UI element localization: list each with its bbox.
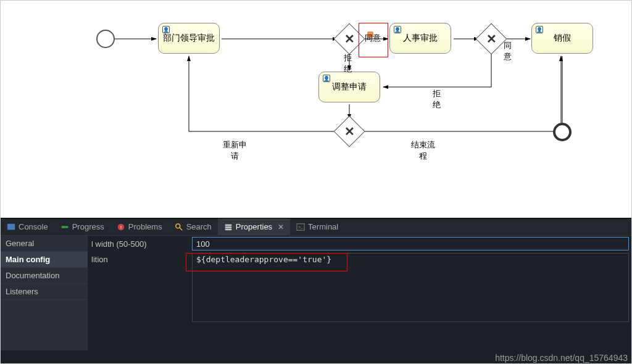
condition-input[interactable] — [192, 253, 629, 322]
svg-point-9 — [175, 223, 180, 228]
close-icon[interactable]: ✕ — [278, 223, 284, 231]
tab-label: Properties — [236, 222, 272, 231]
gateway-3[interactable]: ✕ — [334, 116, 365, 147]
svg-line-10 — [180, 227, 182, 230]
tab-console[interactable]: Console — [1, 218, 54, 235]
tab-progress[interactable]: Progress — [54, 218, 110, 235]
field-row-condition: lition — [88, 252, 631, 325]
properties-fields: l width (50-500) lition — [88, 236, 631, 350]
tab-terminal[interactable]: >_ Terminal — [290, 218, 344, 235]
svg-text:!: ! — [120, 224, 122, 230]
user-task-icon: 👤 — [536, 26, 543, 33]
properties-body: General Main config Documentation Listen… — [1, 236, 631, 350]
end-event[interactable] — [553, 123, 572, 141]
search-icon — [175, 223, 183, 231]
svg-rect-11 — [225, 224, 232, 226]
bpmn-diagram-canvas[interactable]: 👤 部门领导审批 ✕ 👤 人事审批 ✕ 👤 销假 👤 调整申请 ✕ 同意 拒 绝… — [1, 1, 631, 218]
flow-label-agree: 同意 — [365, 33, 381, 44]
field-label-width: l width (50-500) — [88, 236, 189, 252]
task-label: 部门领导审批 — [163, 33, 215, 44]
flow-label-reject: 拒 绝 — [344, 52, 352, 75]
progress-icon — [60, 223, 69, 231]
user-task-icon: 👤 — [394, 26, 401, 33]
sidebar-item-main-config[interactable]: Main config — [1, 252, 88, 268]
gateway-x-icon: ✕ — [486, 31, 497, 46]
tab-label: Search — [186, 222, 212, 231]
task-label: 调整申请 — [332, 81, 367, 93]
properties-sidebar: General Main config Documentation Listen… — [1, 236, 88, 350]
tab-properties[interactable]: Properties ✕ — [218, 218, 290, 235]
sidebar-item-documentation[interactable]: Documentation — [1, 268, 88, 284]
svg-text:>_: >_ — [299, 224, 304, 228]
svg-rect-6 — [61, 226, 68, 228]
problems-icon: ! — [117, 223, 125, 231]
svg-rect-13 — [225, 228, 232, 230]
gateway-x-icon: ✕ — [344, 124, 355, 139]
tab-search[interactable]: Search — [168, 218, 218, 235]
flow-label-endflow: 结束流 程 — [411, 139, 435, 162]
properties-icon — [224, 223, 233, 231]
watermark-text: https://blog.csdn.net/qq_15764943 — [495, 353, 628, 363]
user-task-icon: 👤 — [162, 26, 170, 33]
task-dept-leader-approve[interactable]: 👤 部门领导审批 — [158, 23, 220, 54]
tab-problems[interactable]: ! Problems — [110, 218, 168, 235]
svg-rect-12 — [225, 226, 232, 228]
field-row-width: l width (50-500) — [88, 236, 631, 252]
field-label-condition: lition — [88, 252, 189, 267]
user-task-icon: 👤 — [323, 75, 330, 82]
sidebar-item-general[interactable]: General — [1, 236, 88, 252]
tab-label: Console — [19, 222, 48, 231]
svg-rect-5 — [7, 223, 15, 230]
start-event[interactable] — [96, 30, 115, 48]
tab-label: Terminal — [308, 222, 338, 231]
flow-label-resubmit: 重新申 请 — [223, 139, 247, 162]
task-cancel-leave[interactable]: 👤 销假 — [531, 23, 593, 54]
task-label: 销假 — [554, 33, 571, 44]
flow-label-reject2: 拒 绝 — [433, 88, 441, 110]
console-icon — [7, 223, 15, 231]
task-label: 人事审批 — [403, 33, 438, 44]
flow-label-agree2: 同 意 — [504, 40, 512, 62]
task-hr-approve[interactable]: 👤 人事审批 — [389, 23, 451, 54]
width-input[interactable] — [192, 237, 629, 250]
tab-label: Progress — [72, 222, 104, 231]
terminal-icon: >_ — [296, 223, 305, 231]
task-adjust-apply[interactable]: 👤 调整申请 — [318, 72, 380, 102]
sidebar-item-listeners[interactable]: Listeners — [1, 284, 88, 300]
gateway-x-icon: ✕ — [344, 31, 355, 46]
tab-label: Problems — [128, 222, 162, 231]
bottom-panel: Console Progress ! Problems Search Prope… — [1, 218, 631, 364]
gateway-2[interactable]: ✕ — [476, 23, 507, 55]
panel-tabs: Console Progress ! Problems Search Prope… — [1, 218, 631, 236]
